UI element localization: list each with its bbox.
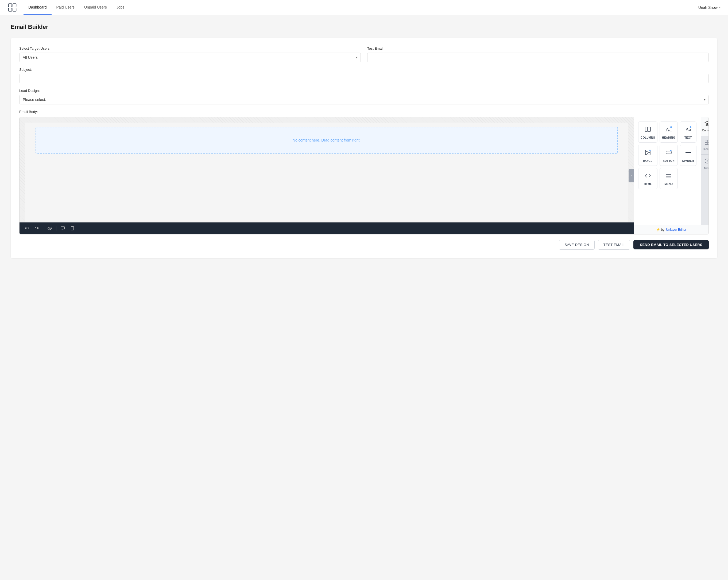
email-builder-card: Select Target Users All Users Paid Users…: [11, 38, 717, 258]
mobile-view-button[interactable]: [68, 225, 77, 232]
email-canvas: No content here. Drag content from right…: [20, 117, 634, 234]
html-icon: [645, 172, 651, 181]
content-grid: COLUMNS Aa HEADING: [634, 117, 701, 225]
html-label: HTML: [644, 183, 652, 186]
content-item-image[interactable]: IMAGE: [638, 145, 657, 166]
svg-point-18: [649, 150, 651, 151]
load-design-select[interactable]: Please select.: [19, 95, 709, 104]
text-icon: Aa: [685, 126, 692, 134]
subject-label: Subject:: [19, 67, 709, 72]
svg-point-4: [49, 228, 50, 229]
content-item-button[interactable]: BUTTON: [659, 145, 678, 166]
svg-rect-1: [13, 3, 16, 7]
subject-input[interactable]: [19, 74, 709, 83]
blocks-tab-icon: [704, 140, 709, 146]
toolbar-divider: [43, 226, 43, 231]
footer-buttons: SAVE DESIGN TEST EMAIL SEND EMAIL TO SEL…: [19, 240, 709, 250]
svg-rect-2: [8, 8, 12, 11]
test-email-group: Test Email: [367, 47, 709, 62]
content-item-heading[interactable]: Aa HEADING: [659, 121, 678, 143]
toolbar-divider-2: [56, 226, 56, 231]
content-item-menu[interactable]: MENU: [659, 168, 678, 189]
tab-content[interactable]: Content: [701, 117, 709, 136]
svg-rect-26: [707, 140, 709, 142]
target-users-group: Select Target Users All Users Paid Users…: [19, 47, 361, 62]
svg-rect-25: [705, 140, 707, 142]
drag-drop-zone[interactable]: No content here. Drag content from right…: [35, 127, 618, 154]
nav-link-dashboard[interactable]: Dashboard: [24, 0, 52, 15]
right-panel-wrapper: COLUMNS Aa HEADING: [634, 117, 708, 234]
heading-icon: Aa: [665, 126, 672, 134]
chevron-down-icon: ▾: [719, 6, 721, 9]
button-label: BUTTON: [663, 159, 675, 162]
right-panel-content: COLUMNS Aa HEADING: [634, 117, 708, 225]
nav-link-unpaid-users[interactable]: Unpaid Users: [79, 0, 112, 15]
svg-rect-28: [707, 143, 709, 145]
svg-rect-8: [71, 226, 74, 230]
load-design-label: Load Design:: [19, 89, 709, 93]
unlayer-footer: ⚡ by Unlayer Editor: [634, 225, 708, 234]
nav-link-paid-users[interactable]: Paid Users: [52, 0, 79, 15]
target-users-select-wrapper: All Users Paid Users Unpaid Users ▾: [19, 53, 361, 62]
svg-rect-27: [705, 143, 707, 145]
svg-rect-3: [13, 8, 16, 11]
image-label: IMAGE: [643, 159, 652, 162]
user-menu[interactable]: Uriah Snow ▾: [698, 5, 721, 9]
content-item-text[interactable]: Aa TEXT: [680, 121, 697, 143]
canvas-content-area: No content here. Drag content from right…: [35, 127, 618, 154]
svg-point-17: [647, 151, 647, 152]
tab-blocks-label: Blocks: [703, 147, 709, 150]
divider-icon: [685, 149, 692, 157]
test-email-label: Test Email: [367, 47, 709, 51]
image-icon: [645, 149, 651, 157]
svg-rect-11: [648, 127, 650, 131]
tab-body[interactable]: Body: [701, 155, 709, 173]
save-design-button[interactable]: SAVE DESIGN: [559, 240, 594, 250]
form-row-1: Select Target Users All Users Paid Users…: [19, 47, 709, 62]
unlayer-prefix: ⚡ by: [656, 228, 665, 231]
content-item-columns[interactable]: COLUMNS: [638, 121, 657, 143]
user-name: Uriah Snow: [698, 5, 718, 9]
tab-content-label: Content: [702, 129, 709, 132]
test-email-button[interactable]: TEST EMAIL: [598, 240, 630, 250]
load-design-select-wrapper: Please select. ▾: [19, 95, 709, 104]
svg-rect-10: [645, 127, 648, 131]
columns-icon: [645, 126, 651, 134]
email-builder-container: No content here. Drag content from right…: [19, 117, 709, 234]
logo[interactable]: [7, 3, 17, 12]
text-label: TEXT: [684, 136, 692, 139]
button-icon: [666, 149, 672, 157]
test-email-input[interactable]: [367, 53, 709, 62]
navigation: Dashboard Paid Users Unpaid Users Jobs U…: [0, 0, 728, 15]
preview-button[interactable]: [46, 225, 54, 232]
divider-label: DIVIDER: [682, 159, 694, 162]
page-title: Email Builder: [11, 24, 717, 30]
email-body-label: Email Body:: [19, 110, 709, 114]
content-item-divider[interactable]: DIVIDER: [680, 145, 697, 166]
target-users-label: Select Target Users: [19, 47, 361, 51]
unlayer-link[interactable]: Unlayer Editor: [666, 228, 686, 231]
drag-drop-text: No content here. Drag content from right…: [293, 138, 361, 142]
undo-button[interactable]: [23, 225, 31, 232]
columns-label: COLUMNS: [641, 136, 655, 139]
target-users-select[interactable]: All Users Paid Users Unpaid Users: [19, 53, 361, 62]
panel-toggle-button[interactable]: ›: [629, 169, 634, 183]
canvas-inner: No content here. Drag content from right…: [25, 122, 628, 229]
svg-point-13: [670, 126, 672, 128]
heading-label: HEADING: [662, 136, 675, 139]
panel-tabs: Content Blocks: [701, 117, 709, 225]
tab-body-label: Body: [704, 166, 709, 169]
menu-icon: [666, 172, 672, 181]
send-email-button[interactable]: SEND EMAIL TO SELECTED USERS: [633, 240, 709, 249]
redo-button[interactable]: [32, 225, 41, 232]
content-tab-icon: [704, 121, 709, 128]
body-tab-icon: [704, 158, 709, 165]
desktop-view-button[interactable]: [58, 225, 67, 232]
content-item-html[interactable]: HTML: [638, 168, 657, 189]
svg-point-20: [670, 150, 671, 151]
nav-links: Dashboard Paid Users Unpaid Users Jobs: [24, 0, 698, 15]
tab-blocks[interactable]: Blocks: [701, 136, 709, 155]
nav-link-jobs[interactable]: Jobs: [112, 0, 129, 15]
svg-rect-0: [8, 3, 12, 7]
email-body-section: Email Body: No content here. Drag conten…: [19, 110, 709, 234]
